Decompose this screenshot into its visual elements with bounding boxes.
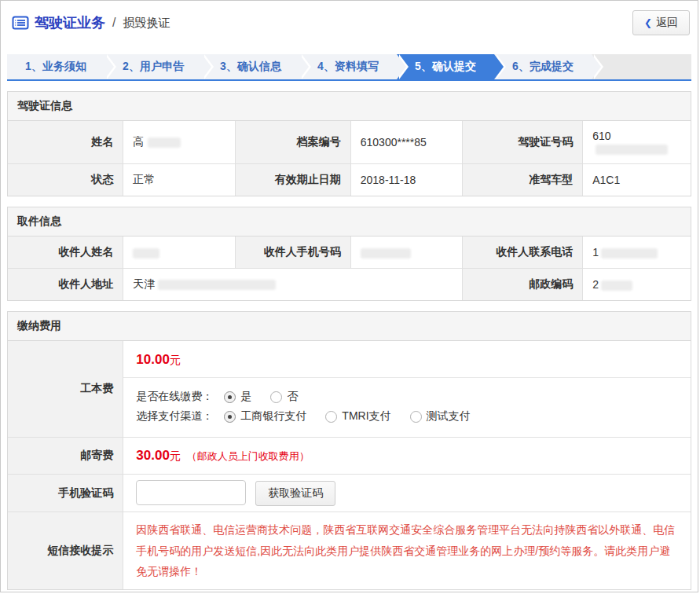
get-captcha-button[interactable]: 获取验证码 [255,481,335,506]
redacted-value [596,145,668,155]
postal-code-label: 邮政编码 [463,269,583,301]
step-1-notice: 1、业务须知 [7,54,104,79]
redacted-value [601,280,632,291]
work-fee-amount: 10.00 [136,352,170,367]
radio-online-no[interactable] [270,391,282,403]
recipient-phone-value: 1 [583,236,691,269]
work-fee-unit: 元 [170,354,181,366]
recipient-name-label: 收件人姓名 [8,236,123,269]
captcha-input[interactable] [136,480,246,505]
back-button[interactable]: ❮ 返回 [632,10,690,35]
recipient-phone-label: 收件人联系电话 [463,236,583,269]
table-row: 姓名 高 档案编号 610300****85 驾驶证号码 610 [8,121,691,164]
table-row: 收件人姓名 收件人手机号码 收件人联系电话 1 [8,236,691,269]
license-info-table: 姓名 高 档案编号 610300****85 驾驶证号码 610 状态 正常 有… [8,121,691,196]
pickup-section-title: 取件信息 [8,207,691,236]
back-button-label: 返回 [656,16,678,30]
redacted-value [601,248,658,258]
recipient-address-label: 收件人地址 [8,269,123,301]
radio-online-no-label[interactable]: 否 [287,390,298,404]
payment-table: 工本费 10.00元 是否在线缴费： 是 否 [8,341,691,589]
table-row: 工本费 10.00元 是否在线缴费： 是 否 [8,341,691,438]
radio-channel-icbc[interactable] [224,411,236,423]
postage-fee-unit: 元 [170,449,181,462]
step-6-complete: 6、完成提交 [494,54,592,79]
radio-channel-tmri-label[interactable]: TMRI支付 [342,409,390,424]
file-number-label: 档案编号 [235,121,350,164]
sms-notice-cell: 因陕西省联通、电信运营商技术问题，陕西省互联网交通安全综合服务管理平台无法向持陕… [123,512,691,589]
captcha-label: 手机验证码 [8,475,123,512]
redacted-value [361,248,411,258]
list-icon [12,16,29,30]
step-5-confirm-submit-active: 5、确认提交 [397,54,494,79]
online-payment-row: 是否在线缴费： 是 否 [136,390,678,404]
license-section-title: 驾驶证信息 [8,92,691,121]
license-number-label: 驾驶证号码 [463,121,583,164]
chevron-left-icon: ❮ [644,17,652,28]
radio-channel-test[interactable] [410,411,422,423]
postage-fee-cell: 30.00元 （邮政人员上门收取费用） [123,438,691,475]
payment-options: 是否在线缴费： 是 否 选择支付渠道： 工商银行支付 [123,378,691,437]
table-row: 收件人地址 天津 邮政编码 2 [8,269,691,301]
vehicle-class-label: 准驾车型 [463,164,583,196]
name-value: 高 [123,121,236,164]
step-2-declaration: 2、用户申告 [104,54,202,79]
pickup-info-section: 取件信息 收件人姓名 收件人手机号码 收件人联系电话 1 收件人地址 天津 邮政… [7,207,691,301]
radio-channel-tmri[interactable] [325,411,337,423]
work-fee-amount-line: 10.00元 [123,341,691,378]
payment-channel-row: 选择支付渠道： 工商银行支付 TMRI支付 测试支付 [136,409,678,424]
page-title: 驾驶证业务 [35,13,105,32]
radio-channel-icbc-label[interactable]: 工商银行支付 [240,409,306,424]
work-fee-label: 工本费 [8,341,123,438]
radio-online-yes-label[interactable]: 是 [240,390,251,404]
postal-code-value: 2 [583,269,691,301]
recipient-name-value [123,236,236,269]
file-number-value: 610300****85 [350,121,463,164]
payment-section-title: 缴纳费用 [8,312,691,341]
sms-notice-label: 短信接收提示 [8,512,123,589]
header: 驾驶证业务 / 损毁换证 ❮ 返回 [1,1,698,45]
license-info-section: 驾驶证信息 姓名 高 档案编号 610300****85 驾驶证号码 610 状… [7,91,691,196]
radio-online-yes[interactable] [224,391,236,403]
postage-fee-label: 邮寄费 [8,438,123,475]
step-wizard-filler [592,54,691,79]
table-row: 手机验证码 获取验证码 [8,475,691,512]
redacted-value [133,248,159,258]
sms-notice-text: 因陕西省联通、电信运营商技术问题，陕西省互联网交通安全综合服务管理平台无法向持陕… [136,523,675,578]
redacted-value [158,280,276,290]
payment-section: 缴纳费用 工本费 10.00元 是否在线缴费： 是 [7,311,691,590]
table-row: 邮寄费 30.00元 （邮政人员上门收取费用） [8,438,691,475]
license-number-value: 610 [583,121,691,164]
breadcrumb: 驾驶证业务 / 损毁换证 [12,13,170,32]
page-subtitle: 损毁换证 [123,16,170,31]
redacted-value [148,138,181,148]
status-label: 状态 [8,164,123,196]
recipient-address-value: 天津 [123,269,463,301]
step-wizard: 1、业务须知 2、用户申告 3、确认信息 4、资料填写 5、确认提交 6、完成提… [7,54,691,81]
step-4-fill-form: 4、资料填写 [299,54,397,79]
online-payment-question: 是否在线缴费： [136,390,213,404]
expiry-value: 2018-11-18 [350,164,463,196]
name-label: 姓名 [8,121,123,164]
table-row: 短信接收提示 因陕西省联通、电信运营商技术问题，陕西省互联网交通安全综合服务管理… [8,512,691,589]
pickup-info-table: 收件人姓名 收件人手机号码 收件人联系电话 1 收件人地址 天津 邮政编码 2 [8,236,691,300]
main-content: 1、业务须知 2、用户申告 3、确认信息 4、资料填写 5、确认提交 6、完成提… [1,45,698,592]
table-row: 状态 正常 有效期止日期 2018-11-18 准驾车型 A1C1 [8,164,691,196]
recipient-mobile-value [350,236,463,269]
expiry-label: 有效期止日期 [235,164,350,196]
status-value: 正常 [123,164,236,196]
work-fee-cell: 10.00元 是否在线缴费： 是 否 选择支付渠道： [123,341,691,438]
postage-fee-amount: 30.00 [136,448,170,463]
breadcrumb-separator: / [112,16,115,30]
recipient-mobile-label: 收件人手机号码 [235,236,350,269]
postage-fee-note: （邮政人员上门收取费用） [187,450,310,462]
radio-channel-test-label[interactable]: 测试支付 [427,409,471,424]
vehicle-class-value: A1C1 [583,164,691,196]
page: 驾驶证业务 / 损毁换证 ❮ 返回 1、业务须知 2、用户申告 3、确认信息 4… [0,0,698,592]
captcha-cell: 获取验证码 [123,475,691,512]
payment-channel-caption: 选择支付渠道： [136,409,213,424]
step-3-confirm-info: 3、确认信息 [202,54,299,79]
